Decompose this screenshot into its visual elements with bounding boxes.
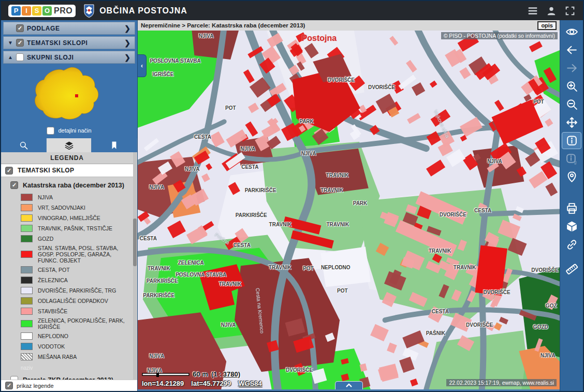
toolbar-button-arrow-left[interactable] [562,41,581,59]
logo-tile-i: I [22,6,31,16]
toolbar-button-ruler[interactable] [562,260,581,278]
legend-item: TRAVNIK, PAŠNIK, TRSTIČJE [21,223,133,234]
accordion-checkbox[interactable]: ✓ [16,39,24,47]
arrow-left-icon [565,43,578,56]
accordion-checkbox[interactable]: ✓ [16,53,24,61]
sidebar-collapse-tab[interactable]: ‹ [138,54,147,77]
legend-item: ZELENICA, POKOPALIŠČE, PARK, IGRIŠČE [21,316,133,331]
legend-item-label: NEPLODNO [38,333,68,339]
legend-item-label: STAVBIŠČE [38,308,67,314]
detail-mode-row: ✓ detajlni način [1,125,137,136]
coordinates-readout: lon=14.21289 lat=45.77299 WGS84 [142,380,262,387]
info-group-icon: g [565,152,578,165]
svg-text:g: g [574,159,576,165]
municipality-title: OBČINA POSTOJNA [99,6,187,16]
piso-logo[interactable]: PISO PRO [8,5,76,17]
legend-item-label: VODOTOK [38,343,65,350]
legend-item-label: TRAVNIK, PAŠNIK, TRSTIČJE [38,225,112,231]
accordion-label: PODLAGE [27,25,124,32]
legend-swatch [21,225,33,232]
legend-item-label: MEŠANA RABA [38,354,77,360]
legend-item: NEPLODNO [21,331,133,341]
legend-item-label: VRT, SADOVNJAKI [38,205,85,211]
piso-logo-suffix: PRO [54,6,72,16]
legend-item-label: DVORIŠČE, PARKIRIŠČE, TRG [38,287,116,294]
legend-item: VODOTOK [21,341,133,352]
legend-item-label: ŽELEZNICA [38,277,68,283]
toolbar-button-info[interactable] [562,132,581,149]
parcele-zkp-checkbox[interactable]: ✓ [10,376,18,380]
legend-swatch [21,308,33,315]
chevron-right-icon: ❯ [124,39,130,47]
opis-button[interactable]: opis [537,21,557,30]
sidebar-tabs [1,138,137,152]
katastrska-raba-checkbox[interactable]: ✓ [10,181,18,189]
logo-tile-p: P [11,6,21,16]
accordion-podlage[interactable]: ✓PODLAGE❯ [3,22,135,35]
scale-ratio-link[interactable]: 3780 [223,370,238,378]
show-legend-row: ✓ prikaz legende [1,380,137,391]
legend-swatch [21,320,33,327]
datum-link[interactable]: WGS84 [238,380,262,387]
legend-swatch [21,332,33,340]
toolbar-button-zoom-out[interactable] [562,96,581,113]
legend-item: DVORIŠČE, PARKIRIŠČE, TRG [21,285,133,296]
accordion-tematski-sklopi[interactable]: ▼✓TEMATSKI SKLOPI❯ [3,36,135,49]
arrow-right-icon [565,62,578,75]
toolbar-button-print[interactable] [562,200,581,217]
municipality-coat-of-arms-icon [84,4,94,18]
legend-item: VRT, SADOVNJAKI [21,202,133,213]
legend-title: LEGENDA [1,152,133,164]
legend-item: VINOGRAD, HMELJIŠČE [21,213,133,223]
menu-icon[interactable] [527,5,538,17]
piso-app: PISO PRO OBČINA POSTOJNA ✓PODLAGE❯▼✓TEMA… [0,0,584,392]
legend-item: CESTA, POT [21,265,133,275]
map-toolbar: g [560,20,583,391]
toolbar-button-cube[interactable] [562,218,581,235]
sidebar-tab-search[interactable] [1,138,47,152]
map-column: Nepremičnine > Parcele: Katastrska raba … [138,20,560,391]
tematski-sklop-checkbox[interactable]: ✓ [5,167,13,175]
detail-mode-checkbox[interactable]: ✓ [47,127,54,135]
layer-parcele-zkp: ✓ Parcele ZKP (december 2013) [1,372,133,380]
locate-icon [565,170,578,183]
bookmark-icon [109,140,119,150]
accordion-skupni-sloji[interactable]: ▲✓SKUPNI SLOJI❯ [3,51,135,64]
toolbar-button-link[interactable] [562,236,581,253]
fullscreen-icon[interactable] [564,5,576,17]
scale-ratio: (1 : 3780) [211,370,240,378]
bottom-panel-tab[interactable] [335,381,363,389]
show-legend-checkbox[interactable]: ✓ [5,382,13,389]
toolbar-button-zoom-in[interactable] [562,78,581,95]
toolbar-button-eye[interactable] [562,23,581,40]
accordion-toggle-icon[interactable]: ▲ [8,54,16,60]
accordion-toggle-icon[interactable]: ▼ [8,40,16,46]
legend-scrollbar-thumb[interactable] [133,219,137,266]
legend-item: ODLAGALIŠČE ODPADKOV [21,296,133,306]
sidebar-tab-layers[interactable] [47,138,92,152]
user-icon[interactable] [546,5,557,17]
toolbar-button-info-group: g [562,150,581,167]
legend-item-label: VINOGRAD, HMELJIŠČE [38,215,100,221]
legend-item: MEŠANA RABA [21,352,133,362]
logo-tile-o: O [42,6,52,16]
legend-swatch [21,251,33,258]
toolbar-button-locate[interactable] [562,168,581,185]
legend-panel: LEGENDA ✓ TEMATSKI SKLOP ✓ Katastrska ra… [1,152,137,391]
breadcrumb: Nepremičnine > Parcele: Katastrska raba … [141,22,305,28]
accordion-checkbox[interactable]: ✓ [16,24,24,32]
municipality-overview-map[interactable] [1,64,137,125]
map-canvas[interactable]: © PISO - POSTOJNA (podatki so informativ… [138,31,560,389]
legend-swatch [21,266,33,273]
chevron-right-icon: ❯ [124,24,130,33]
search-icon [19,140,28,150]
legend-swatch [21,277,33,284]
toolbar-button-pan[interactable] [562,114,581,131]
sidebar-tab-bookmark[interactable] [92,138,137,152]
map-breadcrumb-bar: Nepremičnine > Parcele: Katastrska raba … [138,20,560,31]
legend-scrollbar[interactable] [133,152,137,380]
legend-scroll-area[interactable]: LEGENDA ✓ TEMATSKI SKLOP ✓ Katastrska ra… [1,152,137,380]
legend-item-label: STAN. STAVBA, POSL. STAVBA, GOSP. POSLOP… [38,245,130,264]
pan-icon [565,116,578,129]
legend-item-label: NJIVA [38,194,53,200]
